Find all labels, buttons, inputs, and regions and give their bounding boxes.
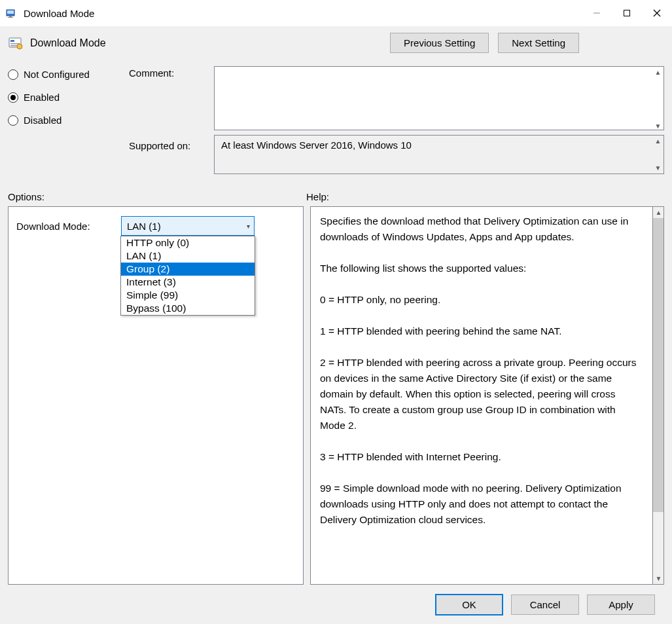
help-text: 1 = HTTP blended with peering behind the… (320, 323, 643, 339)
help-text: 0 = HTTP only, no peering. (320, 292, 643, 308)
download-mode-combobox[interactable]: LAN (1) ▾ HTTP only (0)LAN (1)Group (2)I… (121, 216, 255, 236)
help-text: The following list shows the supported v… (320, 261, 643, 276)
scrollbar-thumb[interactable] (653, 218, 663, 512)
combo-option[interactable]: Simple (99) (121, 289, 255, 302)
policy-title: Download Mode (30, 37, 106, 49)
titlebar: Download Mode (0, 0, 672, 26)
chevron-down-icon: ▾ (247, 223, 250, 230)
help-panel: Specifies the download method that Deliv… (310, 206, 653, 585)
svg-rect-11 (10, 45, 17, 46)
combo-option[interactable]: Internet (3) (121, 276, 255, 289)
svg-point-12 (17, 44, 22, 49)
supported-on-label: Supported on: (129, 135, 214, 151)
previous-setting-button[interactable]: Previous Setting (390, 33, 489, 53)
help-text: 2 = HTTP blended with peering across a p… (320, 355, 643, 433)
window-title: Download Mode (24, 8, 582, 19)
help-text: 3 = HTTP blended with Internet Peering. (320, 449, 643, 465)
radio-not-configured[interactable]: Not Configured (8, 69, 129, 80)
client-area: Download Mode Previous Setting Next Sett… (0, 26, 672, 624)
radio-icon (8, 92, 18, 103)
scroll-down-icon: ▼ (653, 573, 664, 584)
comment-scrollbar[interactable]: ▲ ▼ (652, 67, 663, 132)
supported-on-box: At least Windows Server 2016, Windows 10 (214, 135, 664, 174)
combo-option[interactable]: Bypass (100) (121, 302, 255, 315)
combo-dropdown-list: HTTP only (0)LAN (1)Group (2)Internet (3… (120, 236, 255, 316)
help-text: 99 = Simple download mode with no peerin… (320, 481, 643, 528)
download-mode-label: Download Mode: (16, 221, 115, 232)
maximize-button[interactable] (612, 3, 642, 24)
header-row: Download Mode Previous Setting Next Sett… (8, 33, 664, 53)
help-text: Specifies the download method that Deliv… (320, 213, 643, 245)
radio-label: Enabled (24, 92, 60, 103)
radio-label: Disabled (24, 115, 62, 126)
minimize-button[interactable] (582, 3, 612, 24)
svg-rect-1 (7, 10, 14, 14)
combo-option[interactable]: HTTP only (0) (121, 236, 255, 249)
supported-scrollbar[interactable]: ▲ ▼ (652, 136, 663, 174)
options-section-label: Options: (8, 191, 306, 202)
apply-button[interactable]: Apply (587, 595, 655, 615)
ok-button[interactable]: OK (435, 594, 503, 615)
svg-rect-2 (9, 16, 12, 17)
scroll-down-icon: ▼ (652, 120, 663, 132)
close-button[interactable] (642, 3, 672, 24)
footer: OK Cancel Apply (8, 585, 664, 624)
combo-option[interactable]: Group (2) (121, 263, 255, 276)
svg-rect-5 (624, 10, 630, 16)
options-panel: Download Mode: LAN (1) ▾ HTTP only (0)LA… (8, 206, 304, 585)
help-scrollbar[interactable]: ▲ ▼ (653, 206, 664, 585)
radio-icon (8, 69, 18, 80)
next-setting-button[interactable]: Next Setting (498, 33, 579, 53)
combo-selected-text: LAN (1) (127, 221, 161, 232)
svg-rect-9 (10, 40, 14, 42)
scroll-up-icon: ▲ (653, 207, 664, 218)
app-icon (5, 7, 18, 20)
supported-on-text: At least Windows Server 2016, Windows 10 (221, 139, 412, 151)
titlebar-buttons (582, 3, 672, 24)
policy-icon (8, 35, 24, 51)
comment-label: Comment: (129, 66, 214, 79)
radio-icon (8, 115, 18, 126)
radio-enabled[interactable]: Enabled (8, 92, 129, 103)
scroll-down-icon: ▼ (652, 162, 663, 174)
window: Download Mode D (0, 0, 672, 624)
radio-disabled[interactable]: Disabled (8, 115, 129, 126)
comment-textarea[interactable] (214, 66, 664, 130)
scroll-up-icon: ▲ (652, 67, 663, 78)
radio-label: Not Configured (24, 69, 90, 80)
svg-rect-3 (8, 17, 13, 18)
cancel-button[interactable]: Cancel (511, 595, 579, 615)
top-grid: Not Configured Enabled Disabled Comment:… (8, 66, 664, 174)
help-section-label: Help: (306, 191, 329, 202)
scroll-up-icon: ▲ (652, 136, 663, 147)
combo-option[interactable]: LAN (1) (121, 249, 255, 263)
